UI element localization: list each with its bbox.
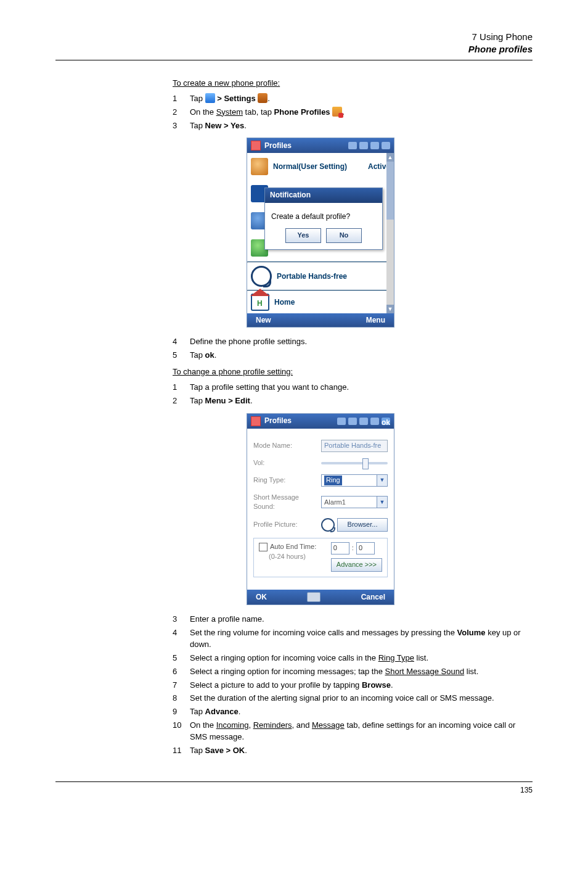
ok-softkey[interactable]: OK: [256, 592, 267, 603]
softkey-menu[interactable]: Menu: [366, 315, 385, 326]
minutes-input[interactable]: 0: [356, 542, 375, 554]
steps-create-cont: 4 Define the phone profile settings. 5 T…: [173, 336, 533, 361]
header-section: Phone profiles: [55, 43, 533, 56]
step-num: 2: [173, 395, 190, 407]
row-vol: Vol:: [253, 458, 388, 468]
profiles-body: Normal(User Setting) Active Portable Han…: [247, 153, 394, 313]
step-text: Tap Advance.: [190, 706, 533, 718]
step: 4 Define the phone profile settings.: [173, 336, 533, 348]
text: Tap: [190, 396, 205, 405]
advance-button[interactable]: Advance >>>: [331, 558, 382, 572]
profile-row-normal[interactable]: Normal(User Setting) Active: [247, 153, 394, 180]
profile-row-home[interactable]: H Home: [247, 291, 394, 313]
text: .: [267, 94, 270, 103]
text: Select a ringing option for incoming voi…: [190, 653, 378, 662]
step-num: 3: [173, 614, 190, 625]
window-title: Profiles: [264, 416, 292, 426]
no-button[interactable]: No: [326, 228, 362, 243]
step: 10 On the Incoming, Reminders, and Messa…: [173, 720, 533, 743]
step-num: 2: [173, 107, 190, 118]
chevron-down-icon[interactable]: ▼: [377, 497, 387, 508]
volume-icon[interactable]: [382, 142, 390, 149]
step-num: 4: [173, 627, 190, 639]
text: Tap: [190, 350, 205, 360]
text: .: [391, 680, 393, 690]
signal-icon[interactable]: [370, 142, 379, 149]
scroll-thumb[interactable]: [386, 162, 394, 220]
dialog-buttons: Yes No: [271, 228, 376, 243]
step-text: Tap New > Yes.: [190, 120, 533, 132]
chevron-down-icon[interactable]: ▼: [377, 475, 387, 486]
notification-dialog: Notification Create a default profile? Y…: [264, 188, 383, 250]
text: Tap: [190, 121, 205, 130]
text: list.: [464, 667, 478, 676]
step: 7 Select a picture to add to your profil…: [173, 680, 533, 691]
step-num: 5: [173, 653, 190, 664]
softkey-bar: OK Cancel: [247, 590, 394, 604]
step-num: 6: [173, 666, 190, 678]
step: 11 Tap Save > OK.: [173, 745, 533, 757]
yes-button[interactable]: Yes: [285, 228, 321, 243]
text-bold: Phone Profiles: [274, 107, 333, 117]
row-mode-name: Mode Name: Portable Hands-fre: [253, 440, 388, 452]
dialog-message: Create a default profile?: [271, 212, 376, 222]
ok-button[interactable]: ok: [382, 418, 390, 425]
text: ,: [248, 720, 253, 730]
sms-sound-select[interactable]: Alarm1 ▼: [321, 496, 388, 508]
step: 5 Tap ok.: [173, 350, 533, 361]
text-link: Ring Type: [378, 653, 414, 662]
text-bold: Menu > Edit: [205, 396, 250, 405]
text: On the: [190, 720, 216, 730]
headset-icon: [321, 518, 335, 532]
step: 4 Set the ring volume for incoming voice…: [173, 627, 533, 651]
text: Set the ring volume for incoming voice c…: [190, 628, 457, 637]
label-mode-name: Mode Name:: [253, 441, 321, 451]
browse-button[interactable]: Browser...: [337, 518, 388, 532]
form-body: Mode Name: Portable Hands-fre Vol: Ring …: [247, 429, 394, 590]
text-bold: ok: [205, 350, 214, 360]
text: Tap: [190, 707, 205, 716]
step-num: 10: [173, 720, 190, 732]
step-text: Set the duration of the alerting signal …: [190, 693, 533, 704]
scroll-down-icon[interactable]: ▼: [386, 305, 394, 313]
cancel-softkey[interactable]: Cancel: [361, 592, 385, 603]
step-text: Select a ringing option for incoming voi…: [190, 653, 533, 664]
message-icon[interactable]: [348, 142, 357, 149]
sms-sound-value: Alarm1: [324, 498, 346, 508]
home-h: H: [257, 299, 263, 309]
text: .: [239, 707, 241, 716]
home-icon: H: [251, 294, 269, 311]
profile-label: Home: [274, 297, 295, 308]
profile-icon-normal: [251, 158, 268, 175]
page-number: 135: [520, 786, 533, 794]
step-text: Enter a profile name.: [190, 614, 533, 625]
keyboard-icon[interactable]: [307, 592, 321, 602]
step-text: Select a picture to add to your profile …: [190, 680, 533, 691]
profile-label: Portable Hands-free: [277, 271, 347, 282]
message-icon[interactable]: [337, 418, 346, 425]
volume-slider[interactable]: [321, 459, 388, 468]
connectivity-icon[interactable]: [359, 142, 368, 149]
step-text: Tap Save > OK.: [190, 745, 533, 757]
scrollbar[interactable]: ▲ ▼: [386, 153, 394, 313]
text-bold: > Settings: [217, 94, 258, 103]
step-text: Tap Menu > Edit.: [190, 395, 533, 407]
text: Tap: [190, 94, 205, 103]
signal-icon[interactable]: [359, 418, 368, 425]
softkey-new[interactable]: New: [256, 315, 271, 326]
text: .: [245, 746, 247, 755]
ring-type-select[interactable]: Ring ▼: [321, 474, 388, 487]
hours-input[interactable]: 0: [331, 542, 349, 554]
step-text: On the Incoming, Reminders, and Message …: [190, 720, 533, 743]
step-num: 11: [173, 745, 190, 757]
scroll-up-icon[interactable]: ▲: [386, 153, 394, 162]
slider-thumb[interactable]: [362, 458, 369, 469]
connectivity-icon[interactable]: [348, 418, 357, 425]
profile-row-handsfree[interactable]: Portable Hands-free: [247, 263, 394, 290]
window-title: Profiles: [264, 141, 292, 151]
auto-end-checkbox[interactable]: [259, 543, 267, 551]
volume-icon[interactable]: [370, 418, 379, 425]
section-heading-create: To create a new phone profile:: [173, 78, 533, 89]
mode-name-input[interactable]: Portable Hands-fre: [321, 440, 388, 452]
screenshot-profile-editor: Profiles ok Mode Name: Portable Hands-fr…: [247, 413, 394, 606]
